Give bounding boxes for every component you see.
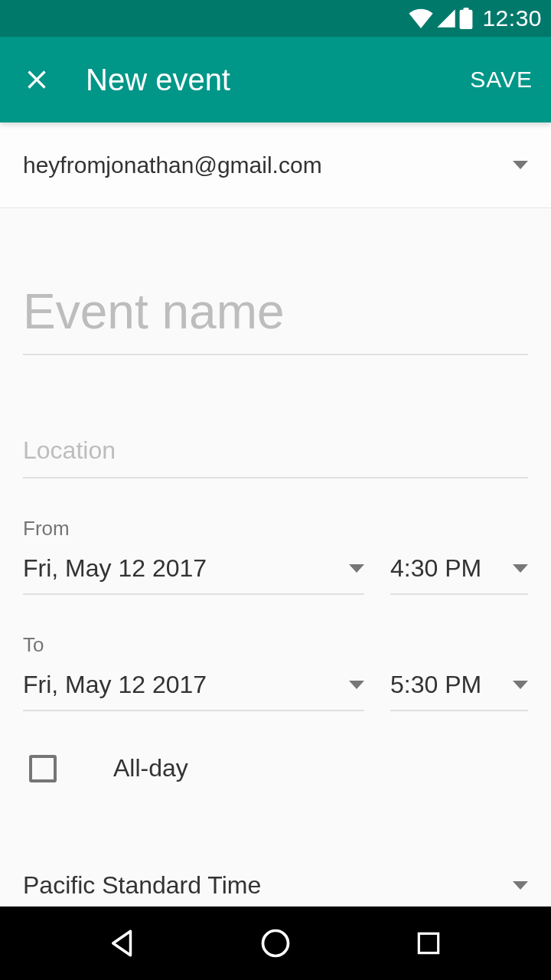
chevron-down-icon (513, 161, 528, 169)
event-name-input[interactable] (23, 277, 528, 355)
back-triangle-icon (106, 927, 139, 959)
chevron-down-icon (513, 564, 528, 573)
save-button[interactable]: SAVE (470, 67, 533, 93)
nav-home-button[interactable] (245, 913, 306, 974)
from-time-picker[interactable]: 4:30 PM (390, 550, 528, 595)
svg-point-2 (263, 931, 289, 956)
close-icon (21, 64, 52, 95)
to-time-value: 5:30 PM (390, 671, 513, 699)
wifi-icon (409, 8, 433, 28)
account-selector[interactable]: heyfromjonathan@gmail.com (0, 122, 551, 208)
chevron-down-icon (513, 681, 528, 689)
account-email: heyfromjonathan@gmail.com (23, 152, 322, 178)
to-date-picker[interactable]: Fri, May 12 2017 (23, 666, 364, 711)
from-date-picker[interactable]: Fri, May 12 2017 (23, 550, 364, 595)
from-time-value: 4:30 PM (390, 554, 513, 583)
to-time-picker[interactable]: 5:30 PM (390, 666, 528, 711)
event-form: From Fri, May 12 2017 4:30 PM To Fri, Ma… (0, 208, 551, 913)
cell-signal-icon (436, 8, 456, 28)
location-input[interactable] (23, 432, 528, 479)
svg-rect-1 (464, 8, 469, 11)
recent-square-icon (414, 929, 443, 958)
to-label: To (23, 633, 528, 657)
from-date-value: Fri, May 12 2017 (23, 554, 349, 583)
svg-rect-3 (419, 933, 438, 952)
home-circle-icon (259, 926, 292, 960)
chevron-down-icon (349, 564, 364, 573)
android-nav-bar (0, 906, 551, 980)
status-bar: 12:30 (0, 0, 551, 37)
nav-back-button[interactable] (92, 913, 153, 974)
status-clock: 12:30 (482, 5, 542, 31)
from-label: From (23, 517, 528, 541)
allday-label: All-day (113, 754, 188, 782)
chevron-down-icon (513, 881, 528, 890)
timezone-value: Pacific Standard Time (23, 871, 513, 900)
page-title: New event (86, 63, 470, 97)
battery-icon (459, 8, 473, 29)
svg-rect-0 (460, 10, 473, 29)
to-date-value: Fri, May 12 2017 (23, 671, 349, 699)
nav-recent-button[interactable] (398, 913, 459, 974)
chevron-down-icon (349, 681, 364, 689)
close-button[interactable] (15, 58, 58, 101)
allday-checkbox[interactable] (29, 755, 57, 782)
app-bar: New event SAVE (0, 37, 551, 122)
